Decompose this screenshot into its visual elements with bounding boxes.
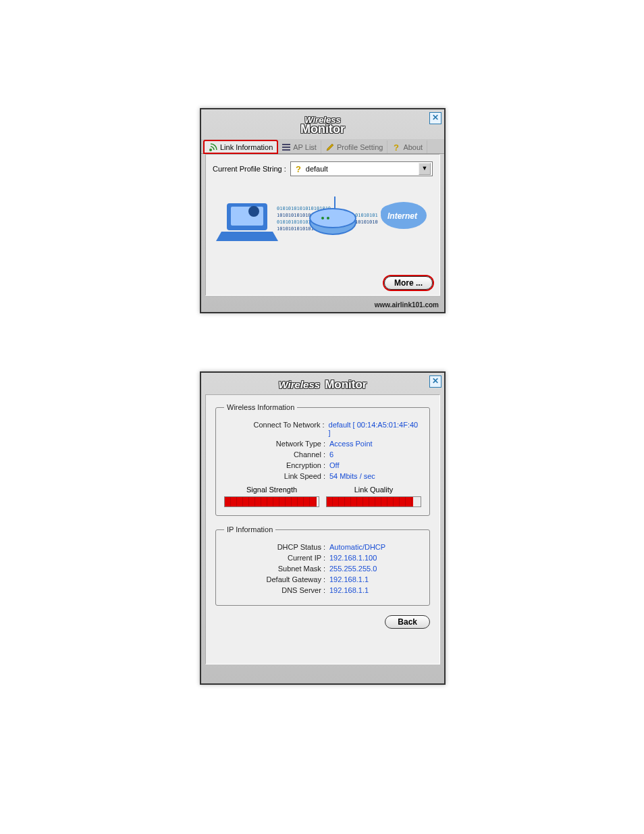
row-dhcp: DHCP Status : Automatic/DHCP [224,543,421,551]
app-title-monitor: Monitor [201,122,444,136]
svg-rect-2 [282,147,290,148]
wireless-monitor-details-window: Wireless Monitor ✕ Wireless Information … [200,371,446,685]
row-dns: DNS Server : 192.168.1.1 [224,586,421,594]
titlebar: Wireless Monitor ✕ [201,109,444,139]
profile-dropdown[interactable]: ? default ▼ [290,161,433,176]
data-stream-icon: 01010101 10101010 [355,213,378,225]
label: Connect To Network : [224,421,329,437]
value: 192.168.1.1 [329,586,369,594]
tab-label: Profile Setting [337,143,383,151]
label: DNS Server : [224,586,329,594]
label: Network Type : [224,440,329,448]
svg-rect-3 [282,149,290,151]
wireless-monitor-main-window: Wireless Monitor ✕ Link Information AP L… [200,108,446,313]
more-button[interactable]: More ... [384,276,433,290]
link-quality-bar [326,496,421,507]
row-network-type: Network Type : Access Point [224,440,421,448]
svg-text:?: ? [296,164,301,174]
signal-icon [209,142,218,152]
signal-bars: Signal Strength Link Quality [224,486,421,507]
app-title-wireless: Wireless [279,379,321,390]
link-quality-fill [327,497,413,506]
signal-strength-label: Signal Strength [224,486,319,494]
value: default [ 00:14:A5:01:4F:40 ] [329,421,421,437]
value: 192.168.1.1 [329,575,369,583]
tab-profile-setting[interactable]: Profile Setting [321,140,387,153]
question-icon: ? [294,164,303,174]
tab-link-information[interactable]: Link Information [204,140,277,153]
close-button[interactable]: ✕ [429,375,441,388]
laptop-icon [216,203,278,241]
close-icon: ✕ [432,113,439,122]
wireless-info-group: Wireless Information Connect To Network … [215,403,430,516]
profile-value: default [306,165,416,173]
tab-label: AP List [293,143,317,151]
svg-text:10101010: 10101010 [355,219,378,225]
row-channel: Channel : 6 [224,450,421,459]
value: Access Point [329,440,373,448]
client-area: Wireless Information Connect To Network … [205,394,440,664]
wireless-info-legend: Wireless Information [224,403,297,411]
label: DHCP Status : [224,543,329,551]
question-icon: ? [392,142,401,152]
tab-label: Link Information [220,143,273,151]
link-quality-label: Link Quality [326,486,421,494]
label: Subnet Mask : [224,565,329,573]
close-icon: ✕ [432,376,439,386]
footer-url: www.airlink101.com [201,300,444,311]
svg-text:Internet: Internet [387,211,418,221]
row-subnet-mask: Subnet Mask : 255.255.255.0 [224,565,421,573]
value: 6 [329,450,333,459]
svg-point-0 [209,149,212,151]
value: 255.255.255.0 [329,565,377,573]
label: Link Speed : [224,472,329,480]
ip-info-legend: IP Information [224,525,275,533]
svg-point-8 [248,206,259,217]
svg-point-17 [327,217,329,219]
tab-bar: Link Information AP List Profile Setting… [201,139,444,154]
svg-text:01010101: 01010101 [355,213,378,218]
label: Current IP : [224,554,329,562]
ip-info-group: IP Information DHCP Status : Automatic/D… [215,525,430,606]
row-encryption: Encryption : Off [224,461,421,469]
tab-label: About [403,143,423,151]
value: 54 Mbits / sec [329,472,375,480]
client-area: Current Profile String : ? default ▼ [205,154,440,296]
connection-graphic: 0101010101010101010 1010101010101010101 … [213,183,433,257]
titlebar: Wireless Monitor ✕ [201,373,444,394]
signal-strength-bar [224,496,319,507]
list-icon [281,142,291,152]
svg-rect-1 [282,144,290,145]
internet-cloud-icon: Internet [381,202,427,229]
tab-about[interactable]: ? About [387,140,427,153]
row-gateway: Default Gateway : 192.168.1.1 [224,575,421,583]
profile-row: Current Profile String : ? default ▼ [213,161,433,176]
back-button[interactable]: Back [385,615,430,629]
chevron-down-icon[interactable]: ▼ [419,163,431,175]
signal-strength-col: Signal Strength [224,486,319,507]
value: 192.168.1.100 [329,554,377,562]
svg-point-16 [321,217,324,219]
pencil-icon [325,142,335,152]
close-button[interactable]: ✕ [429,112,441,124]
signal-strength-fill [225,497,317,506]
svg-text:?: ? [394,142,399,152]
tab-ap-list[interactable]: AP List [277,140,321,153]
label: Channel : [224,450,329,459]
label: Encryption : [224,461,329,469]
row-current-ip: Current IP : 192.168.1.100 [224,554,421,562]
row-connect: Connect To Network : default [ 00:14:A5:… [224,421,421,437]
link-quality-col: Link Quality [326,486,421,507]
router-icon [310,197,356,234]
app-title-monitor: Monitor [325,378,367,391]
label: Default Gateway : [224,575,329,583]
row-link-speed: Link Speed : 54 Mbits / sec [224,472,421,480]
value: Off [329,461,339,469]
profile-label: Current Profile String : [213,165,286,173]
value: Automatic/DHCP [329,543,385,551]
svg-point-15 [310,209,356,228]
